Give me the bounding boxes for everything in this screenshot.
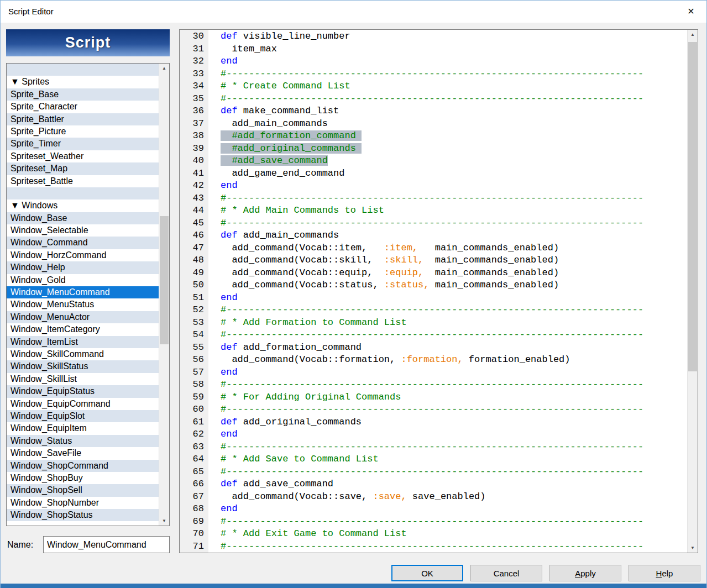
code-line-43[interactable]: #---------------------------------------… (208, 192, 687, 205)
script-row-blank[interactable] (7, 187, 159, 200)
code-line-35[interactable]: #---------------------------------------… (208, 93, 687, 106)
script-item-sprite-character[interactable]: Sprite_Character (7, 101, 159, 113)
script-item-window-shopbuy[interactable]: Window_ShopBuy (7, 472, 159, 484)
script-list-scrollbar[interactable]: ▲ ▼ (159, 64, 169, 526)
script-item-window-menucommand[interactable]: Window_MenuCommand (7, 286, 159, 298)
code-line-47[interactable]: add_command(Vocab::item, :item, main_com… (208, 242, 687, 255)
line-number: 61 (180, 416, 208, 429)
scrollbar-thumb[interactable] (688, 42, 697, 371)
code-line-64[interactable]: # * Add Save to Command List (208, 453, 687, 466)
code-line-45[interactable]: #---------------------------------------… (208, 217, 687, 230)
code-line-38[interactable]: #add_formation_command (208, 130, 687, 143)
code-line-48[interactable]: add_command(Vocab::skill, :skill, main_c… (208, 254, 687, 267)
help-button[interactable]: Help (629, 565, 700, 581)
close-icon[interactable]: ✕ (679, 1, 703, 23)
script-item-window-base[interactable]: Window_Base (7, 212, 159, 224)
code-line-52[interactable]: #---------------------------------------… (208, 304, 687, 317)
script-item-window-help[interactable]: Window_Help (7, 261, 159, 274)
code-line-50[interactable]: add_command(Vocab::status, :status, main… (208, 279, 687, 292)
code-line-40[interactable]: #add_save_command (208, 155, 687, 167)
code-line-71[interactable]: #---------------------------------------… (208, 540, 687, 553)
line-number: 57 (180, 366, 208, 379)
code-line-66[interactable]: def add_save_command (208, 478, 687, 491)
apply-button[interactable]: Apply (549, 565, 621, 581)
scroll-down-icon[interactable]: ▼ (159, 516, 169, 526)
code-line-36[interactable]: def make_command_list (208, 105, 687, 118)
code-line-32[interactable]: end (208, 55, 687, 68)
code-line-56[interactable]: add_command(Vocab::formation, :formation… (208, 354, 687, 366)
code-line-37[interactable]: add_main_commands (208, 118, 687, 130)
editor-scrollbar[interactable]: ▲ ▼ (687, 30, 698, 553)
script-item-window-savefile[interactable]: Window_SaveFile (7, 447, 159, 459)
code-line-67[interactable]: add_command(Vocab::save, :save, save_ena… (208, 491, 687, 503)
code-line-49[interactable]: add_command(Vocab::equip, :equip, main_c… (208, 267, 687, 280)
cancel-button[interactable]: Cancel (470, 565, 542, 581)
code-line-46[interactable]: def add_main_commands (208, 229, 687, 242)
code-line-33[interactable]: #---------------------------------------… (208, 68, 687, 81)
script-item-window-menuactor[interactable]: Window_MenuActor (7, 311, 159, 323)
code-line-65[interactable]: #---------------------------------------… (208, 466, 687, 479)
script-item-window-skillcommand[interactable]: Window_SkillCommand (7, 348, 159, 360)
script-item-window-shopstatus[interactable]: Window_ShopStatus (7, 509, 159, 521)
script-row-blank[interactable] (7, 64, 159, 76)
code-line-42[interactable]: end (208, 180, 687, 192)
code-line-31[interactable]: item_max (208, 43, 687, 56)
code-area[interactable]: def visible_line_number item_maxend#----… (208, 30, 687, 553)
script-item-spriteset-weather[interactable]: Spriteset_Weather (7, 150, 159, 162)
line-number: 35 (180, 93, 208, 106)
code-line-44[interactable]: # * Add Main Commands to List (208, 204, 687, 217)
code-line-61[interactable]: def add_original_commands (208, 416, 687, 429)
script-item-spriteset-map[interactable]: Spriteset_Map (7, 162, 159, 175)
name-input[interactable] (43, 536, 170, 553)
scroll-up-icon[interactable]: ▲ (159, 64, 169, 73)
script-item-sprite-picture[interactable]: Sprite_Picture (7, 125, 159, 138)
code-line-68[interactable]: end (208, 503, 687, 516)
code-line-39[interactable]: #add_original_commands (208, 143, 687, 155)
code-line-57[interactable]: end (208, 366, 687, 379)
script-item-window-equipitem[interactable]: Window_EquipItem (7, 422, 159, 434)
code-line-63[interactable]: #---------------------------------------… (208, 441, 687, 454)
script-item-sprite-base[interactable]: Sprite_Base (7, 88, 159, 101)
scrollbar-thumb[interactable] (160, 216, 169, 344)
script-item-window-command[interactable]: Window_Command (7, 237, 159, 249)
script-item-window-itemlist[interactable]: Window_ItemList (7, 336, 159, 348)
script-item-spriteset-battle[interactable]: Spriteset_Battle (7, 175, 159, 187)
code-line-34[interactable]: # * Create Command List (208, 80, 687, 93)
code-line-51[interactable]: end (208, 292, 687, 305)
code-line-41[interactable]: add_game_end_command (208, 167, 687, 180)
script-item-window-selectable[interactable]: Window_Selectable (7, 224, 159, 237)
code-line-54[interactable]: #---------------------------------------… (208, 329, 687, 342)
code-line-53[interactable]: # * Add Formation to Command List (208, 317, 687, 329)
code-line-55[interactable]: def add_formation_command (208, 342, 687, 354)
script-item-window-horzcommand[interactable]: Window_HorzCommand (7, 249, 159, 261)
script-item-windows[interactable]: ▼ Windows (7, 200, 159, 212)
code-line-30[interactable]: def visible_line_number (208, 30, 687, 43)
code-line-58[interactable]: #---------------------------------------… (208, 379, 687, 391)
script-item-sprites[interactable]: ▼ Sprites (7, 76, 159, 88)
script-item-window-gold[interactable]: Window_Gold (7, 274, 159, 286)
line-number: 55 (180, 342, 208, 354)
code-line-70[interactable]: # * Add Exit Game to Command List (208, 528, 687, 540)
script-item-window-shopcommand[interactable]: Window_ShopCommand (7, 460, 159, 472)
script-item-window-itemcategory[interactable]: Window_ItemCategory (7, 323, 159, 335)
script-item-window-shopnumber[interactable]: Window_ShopNumber (7, 497, 159, 509)
script-editor-window: Script Editor ✕ Script ▼ SpritesSprite_B… (0, 0, 707, 588)
code-line-62[interactable]: end (208, 428, 687, 441)
script-item-window-equipcommand[interactable]: Window_EquipCommand (7, 398, 159, 410)
script-item-window-status[interactable]: Window_Status (7, 435, 159, 447)
script-item-window-skilllist[interactable]: Window_SkillList (7, 373, 159, 385)
scroll-down-icon[interactable]: ▼ (688, 543, 698, 553)
script-item-window-shopsell[interactable]: Window_ShopSell (7, 484, 159, 496)
script-item-window-equipslot[interactable]: Window_EquipSlot (7, 410, 159, 422)
code-line-60[interactable]: #---------------------------------------… (208, 403, 687, 416)
script-item-sprite-timer[interactable]: Sprite_Timer (7, 138, 159, 150)
script-item-sprite-battler[interactable]: Sprite_Battler (7, 113, 159, 125)
script-item-window-menustatus[interactable]: Window_MenuStatus (7, 298, 159, 311)
script-item-window-skillstatus[interactable]: Window_SkillStatus (7, 360, 159, 372)
code-line-59[interactable]: # * For Adding Original Commands (208, 391, 687, 404)
scroll-up-icon[interactable]: ▲ (688, 30, 698, 39)
line-number: 53 (180, 317, 208, 329)
code-line-69[interactable]: #---------------------------------------… (208, 516, 687, 528)
script-item-window-equipstatus[interactable]: Window_EquipStatus (7, 385, 159, 397)
ok-button[interactable]: OK (391, 565, 463, 581)
